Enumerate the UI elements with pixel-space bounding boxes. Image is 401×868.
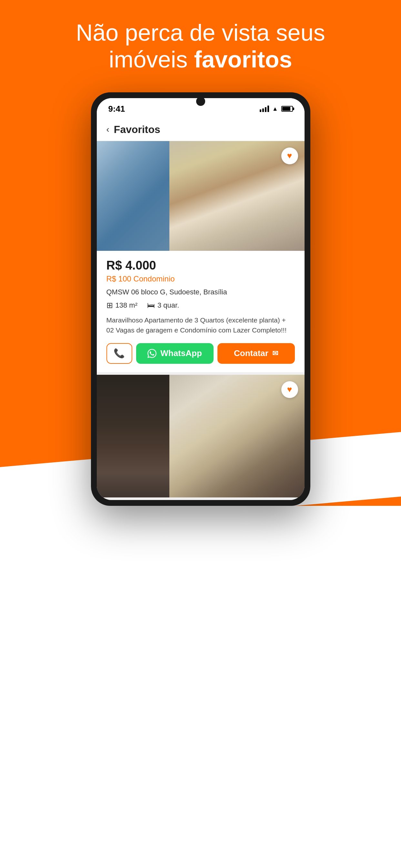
bed-icon: 🛏 — [147, 301, 155, 310]
area-value: 138 m² — [115, 301, 137, 310]
contact-button-1[interactable]: Contatar ✉ — [218, 343, 295, 364]
back-button[interactable]: ‹ — [106, 124, 109, 134]
phone-container: 9:41 ▲ ‹ — [91, 92, 310, 506]
action-buttons-1: 📞 WhatsApp Contatar — [106, 343, 295, 364]
room-scene-bg-2 — [97, 375, 305, 497]
envelope-icon: ✉ — [272, 349, 278, 358]
call-button-1[interactable]: 📞 — [106, 343, 132, 364]
wifi-icon: ▲ — [272, 105, 278, 112]
whatsapp-label: WhatsApp — [160, 348, 202, 358]
description-1: Maravilhoso Apartamento de 3 Quartos (ex… — [106, 315, 295, 335]
property-info-1: R$ 4.000 R$ 100 Condominio QMSW 06 bloco… — [97, 251, 305, 372]
hero-section: Não perca de vista seus imóveis favorito… — [0, 0, 401, 506]
features-1: ⊞ 138 m² 🛏 3 quar. — [106, 301, 295, 310]
status-icons: ▲ — [260, 105, 293, 112]
hero-line2-bold: favoritos — [194, 46, 292, 72]
phone-icon: 📞 — [113, 348, 125, 359]
property-card-2[interactable]: ♥ — [97, 375, 305, 500]
hero-line1: Não perca de vista seus — [76, 20, 325, 45]
phone-notch — [196, 97, 205, 106]
condo-price-1: R$ 100 Condominio — [106, 274, 295, 283]
favorite-button-2[interactable]: ♥ — [281, 381, 298, 398]
property-image-1[interactable]: ♥ — [97, 141, 305, 251]
whatsapp-button-1[interactable]: WhatsApp — [136, 343, 213, 364]
favorite-button-1[interactable]: ♥ — [281, 148, 298, 164]
status-time: 9:41 — [108, 104, 125, 114]
page-title: Favoritos — [114, 124, 160, 135]
area-feature: ⊞ 138 m² — [106, 301, 137, 310]
property-image-2[interactable]: ♥ — [97, 375, 305, 497]
rooms-feature: 🛏 3 quar. — [147, 301, 179, 310]
whatsapp-icon — [147, 349, 157, 358]
phone-mockup: 9:41 ▲ ‹ — [91, 92, 310, 506]
property-card-1[interactable]: ♥ R$ 4.000 R$ 100 Condominio QMSW 06 blo… — [97, 141, 305, 375]
hero-line2-prefix: imóveis — [109, 46, 194, 72]
heart-icon-2: ♥ — [287, 384, 292, 395]
battery-icon — [281, 106, 293, 112]
room-scene-bg-1 — [97, 141, 305, 251]
page-wrapper: Não perca de vista seus imóveis favorito… — [0, 0, 401, 868]
app-header: ‹ Favoritos — [97, 117, 305, 141]
heart-icon-1: ♥ — [287, 151, 292, 161]
hero-title: Não perca de vista seus imóveis favorito… — [50, 19, 351, 73]
area-icon: ⊞ — [106, 301, 113, 310]
white-area — [0, 506, 401, 868]
phone-screen: 9:41 ▲ ‹ — [97, 98, 305, 500]
contact-label: Contatar — [234, 348, 268, 358]
address-1: QMSW 06 bloco G, Sudoeste, Brasília — [106, 288, 295, 296]
signal-bars-icon — [260, 105, 269, 112]
price-1: R$ 4.000 — [106, 258, 295, 273]
rooms-value: 3 quar. — [158, 301, 179, 310]
